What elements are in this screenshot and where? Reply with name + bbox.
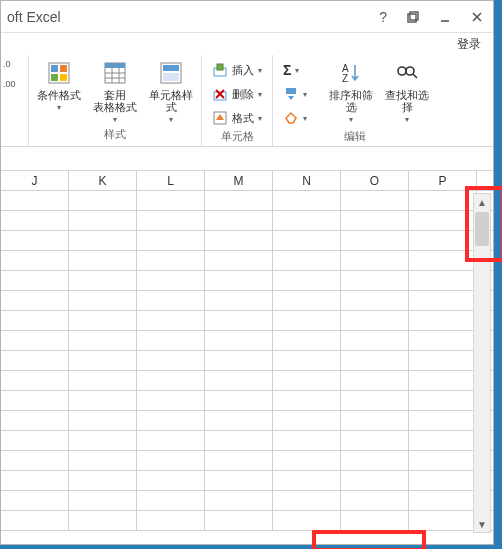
cell[interactable] — [273, 191, 341, 211]
col-header[interactable]: L — [137, 171, 205, 190]
cell[interactable] — [1, 511, 69, 531]
cell[interactable] — [137, 391, 205, 411]
cell[interactable] — [69, 231, 137, 251]
find-select-button[interactable]: 查找和选择 ▾ — [383, 59, 431, 129]
autosum-button[interactable]: Σ ▾ — [279, 59, 303, 81]
cell[interactable] — [273, 311, 341, 331]
cell[interactable] — [409, 431, 477, 451]
cell[interactable] — [409, 331, 477, 351]
cell[interactable] — [341, 451, 409, 471]
col-header[interactable]: P — [409, 171, 477, 190]
cell[interactable] — [137, 191, 205, 211]
cell[interactable] — [205, 451, 273, 471]
cell[interactable] — [137, 411, 205, 431]
cell[interactable] — [341, 511, 409, 531]
cell[interactable] — [409, 271, 477, 291]
cell[interactable] — [137, 271, 205, 291]
col-header[interactable]: O — [341, 171, 409, 190]
cell[interactable] — [205, 291, 273, 311]
decrease-decimal[interactable]: .00 — [3, 79, 26, 97]
cell[interactable] — [341, 471, 409, 491]
cell[interactable] — [137, 291, 205, 311]
cell[interactable] — [273, 231, 341, 251]
cell[interactable] — [409, 371, 477, 391]
cell[interactable] — [273, 251, 341, 271]
cell[interactable] — [341, 271, 409, 291]
cell[interactable] — [1, 411, 69, 431]
cell[interactable] — [341, 491, 409, 511]
cell[interactable] — [273, 431, 341, 451]
cell[interactable] — [69, 251, 137, 271]
cell[interactable] — [205, 311, 273, 331]
cell[interactable] — [1, 211, 69, 231]
cell[interactable] — [69, 191, 137, 211]
cell[interactable] — [137, 211, 205, 231]
cell[interactable] — [341, 391, 409, 411]
cell[interactable] — [1, 291, 69, 311]
restore-button[interactable] — [397, 6, 429, 28]
cell[interactable] — [341, 231, 409, 251]
cell[interactable] — [409, 211, 477, 231]
cell[interactable] — [137, 331, 205, 351]
cell[interactable] — [341, 251, 409, 271]
cell[interactable] — [205, 511, 273, 531]
cell[interactable] — [1, 311, 69, 331]
cell[interactable] — [137, 471, 205, 491]
col-header[interactable]: N — [273, 171, 341, 190]
cell[interactable] — [273, 271, 341, 291]
cell[interactable] — [137, 251, 205, 271]
cell[interactable] — [1, 191, 69, 211]
cell[interactable] — [205, 431, 273, 451]
cell[interactable] — [69, 291, 137, 311]
vertical-scrollbar[interactable]: ▲ ▼ — [473, 193, 491, 533]
cell[interactable] — [137, 231, 205, 251]
cell[interactable] — [341, 331, 409, 351]
close-button[interactable] — [461, 6, 493, 28]
format-button[interactable]: 格式 ▾ — [208, 107, 266, 129]
cell[interactable] — [205, 491, 273, 511]
cell[interactable] — [1, 271, 69, 291]
cell[interactable] — [273, 211, 341, 231]
cell[interactable] — [205, 191, 273, 211]
cell[interactable] — [341, 431, 409, 451]
cell[interactable] — [205, 211, 273, 231]
cell[interactable] — [205, 271, 273, 291]
minimize-button[interactable] — [429, 6, 461, 28]
cell[interactable] — [1, 251, 69, 271]
cell[interactable] — [69, 271, 137, 291]
cell[interactable] — [273, 411, 341, 431]
cell-style-button[interactable]: 单元格样式 ▾ — [147, 59, 195, 127]
cell[interactable] — [1, 491, 69, 511]
fill-button[interactable]: ▾ — [279, 83, 311, 105]
cell[interactable] — [69, 471, 137, 491]
table-format-button[interactable]: 套用 表格格式 ▾ — [91, 59, 139, 127]
cell[interactable] — [69, 451, 137, 471]
cell[interactable] — [1, 391, 69, 411]
cell[interactable] — [341, 191, 409, 211]
cell[interactable] — [273, 491, 341, 511]
cell[interactable] — [69, 431, 137, 451]
cell[interactable] — [137, 491, 205, 511]
col-header[interactable]: M — [205, 171, 273, 190]
cell[interactable] — [137, 431, 205, 451]
cell[interactable] — [137, 371, 205, 391]
cell[interactable] — [69, 411, 137, 431]
cell[interactable] — [1, 351, 69, 371]
cell[interactable] — [205, 471, 273, 491]
cell[interactable] — [409, 451, 477, 471]
cell[interactable] — [409, 491, 477, 511]
increase-decimal[interactable]: .0 — [3, 59, 26, 77]
cell[interactable] — [205, 251, 273, 271]
formula-bar[interactable] — [1, 147, 493, 171]
cell[interactable] — [1, 231, 69, 251]
cell[interactable] — [341, 351, 409, 371]
cell[interactable] — [341, 411, 409, 431]
scroll-thumb[interactable] — [475, 212, 489, 246]
scroll-down-button[interactable]: ▼ — [474, 516, 490, 532]
cell[interactable] — [205, 411, 273, 431]
cell[interactable] — [409, 391, 477, 411]
cell[interactable] — [1, 371, 69, 391]
cell[interactable] — [69, 511, 137, 531]
cell[interactable] — [273, 511, 341, 531]
cell[interactable] — [273, 371, 341, 391]
